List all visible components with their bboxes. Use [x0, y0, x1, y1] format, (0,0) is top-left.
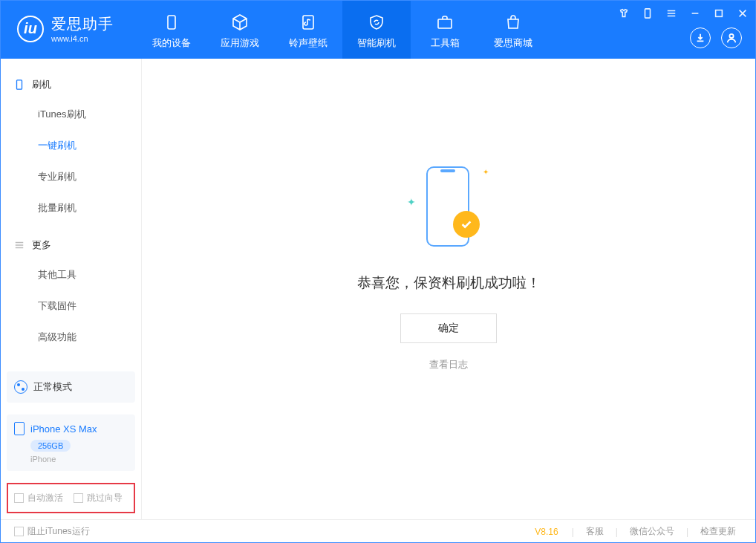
- briefcase-icon: [435, 13, 454, 32]
- tab-apps-games[interactable]: 应用游戏: [206, 1, 274, 59]
- sidebar-item-download-firmware[interactable]: 下载固件: [1, 290, 141, 322]
- user-icon[interactable]: [721, 27, 742, 48]
- shield-refresh-icon: [367, 13, 386, 32]
- phone-outline-icon[interactable]: [639, 5, 656, 22]
- device-name: iPhone XS Max: [30, 423, 97, 435]
- device-name-row: iPhone XS Max: [14, 422, 128, 435]
- tab-smart-flash[interactable]: 智能刷机: [342, 1, 411, 59]
- main-tabs: 我的设备 应用游戏 铃声壁纸 智能刷机 工具箱 爱思商城: [137, 1, 547, 59]
- checkbox-label: 自动激活: [27, 492, 63, 504]
- ok-button[interactable]: 确定: [400, 313, 497, 343]
- music-file-icon: [299, 13, 318, 32]
- checkmark-badge-icon: [453, 211, 480, 238]
- sidebar-item-onekey-flash[interactable]: 一键刷机: [1, 130, 141, 161]
- tab-label: 爱思商城: [494, 36, 532, 50]
- device-type: iPhone: [30, 455, 128, 464]
- checkbox-skip-guide[interactable]: 跳过向导: [74, 492, 123, 504]
- footer-link-wechat[interactable]: 微信公众号: [624, 525, 680, 538]
- checkbox-box: [14, 493, 24, 503]
- svg-rect-6: [17, 80, 22, 89]
- sidebar-item-other-tools[interactable]: 其他工具: [1, 259, 141, 290]
- logo-text: 爱思助手 www.i4.cn: [51, 14, 114, 43]
- device-mode-label: 正常模式: [33, 380, 72, 394]
- close-button[interactable]: [734, 5, 751, 22]
- phone-icon: [14, 79, 25, 90]
- device-mode-box[interactable]: 正常模式: [7, 371, 135, 403]
- sidebar-group-more[interactable]: 更多: [1, 231, 141, 259]
- tab-toolbox[interactable]: 工具箱: [411, 1, 479, 59]
- checkbox-label: 跳过向导: [87, 492, 123, 504]
- success-message: 恭喜您，保资料刷机成功啦！: [357, 273, 541, 293]
- svg-rect-0: [168, 16, 175, 29]
- svg-rect-3: [645, 9, 651, 18]
- shopping-bag-icon: [504, 13, 523, 32]
- success-illustration: ✦ ✦: [404, 162, 493, 259]
- app-body: 刷机 iTunes刷机 一键刷机 专业刷机 批量刷机 更多 其他工具 下载固件 …: [1, 59, 755, 519]
- storage-badge: 256GB: [30, 440, 71, 452]
- header-actions: [690, 27, 742, 48]
- tab-label: 铃声壁纸: [289, 36, 328, 50]
- svg-rect-4: [716, 10, 723, 17]
- sidebar-item-itunes-flash[interactable]: iTunes刷机: [1, 99, 141, 130]
- logo-area: iu 爱思助手 www.i4.cn: [1, 1, 128, 43]
- tab-my-device[interactable]: 我的设备: [137, 1, 206, 59]
- device-icon: [162, 13, 181, 32]
- view-log-link[interactable]: 查看日志: [429, 358, 468, 371]
- checkbox-label: 阻止iTunes运行: [27, 525, 90, 538]
- window-controls: [616, 5, 751, 22]
- group-title: 更多: [32, 238, 51, 252]
- sidebar-nav: 刷机 iTunes刷机 一键刷机 专业刷机 批量刷机 更多 其他工具 下载固件 …: [1, 59, 141, 365]
- app-footer: 阻止iTunes运行 V8.16 | 客服 | 微信公众号 | 检查更新: [1, 519, 755, 543]
- tab-label: 工具箱: [431, 36, 460, 50]
- footer-left: 阻止iTunes运行: [14, 525, 90, 538]
- flash-options-row: 自动激活 跳过向导: [7, 483, 135, 513]
- sidebar-item-advanced[interactable]: 高级功能: [1, 322, 141, 353]
- sidebar-item-batch-flash[interactable]: 批量刷机: [1, 192, 141, 224]
- menu-icon[interactable]: [663, 5, 680, 22]
- sidebar-group-flash[interactable]: 刷机: [1, 71, 141, 99]
- svg-point-5: [729, 34, 733, 38]
- footer-right: V8.16 | 客服 | 微信公众号 | 检查更新: [535, 525, 742, 538]
- download-icon[interactable]: [690, 27, 711, 48]
- sidebar-item-pro-flash[interactable]: 专业刷机: [1, 161, 141, 192]
- hamburger-icon: [14, 240, 25, 250]
- app-header: iu 爱思助手 www.i4.cn 我的设备 应用游戏 铃声壁纸 智能刷机 工具…: [1, 1, 755, 59]
- group-title: 刷机: [32, 78, 51, 91]
- app-title: 爱思助手: [51, 14, 114, 34]
- version-label: V8.16: [535, 527, 558, 537]
- maximize-button[interactable]: [711, 5, 727, 22]
- mode-icon: [14, 380, 27, 394]
- shirt-icon[interactable]: [616, 5, 632, 22]
- app-subtitle: www.i4.cn: [51, 34, 114, 43]
- checkbox-box: [14, 527, 24, 536]
- phone-notch-graphic: [440, 169, 455, 172]
- tab-store[interactable]: 爱思商城: [479, 1, 547, 59]
- device-info-box[interactable]: iPhone XS Max 256GB iPhone: [7, 414, 135, 471]
- main-content: ✦ ✦ 恭喜您，保资料刷机成功啦！ 确定 查看日志: [142, 59, 755, 519]
- tab-label: 我的设备: [152, 36, 191, 50]
- device-mode-row: 正常模式: [14, 380, 128, 394]
- cube-icon: [230, 13, 250, 32]
- checkbox-box: [74, 493, 83, 503]
- minimize-button[interactable]: [687, 5, 703, 22]
- svg-rect-2: [438, 19, 452, 28]
- tab-label: 应用游戏: [221, 36, 259, 50]
- app-logo-icon: iu: [17, 16, 44, 42]
- tab-label: 智能刷机: [357, 36, 396, 50]
- sparkle-icon: ✦: [407, 196, 416, 208]
- sidebar: 刷机 iTunes刷机 一键刷机 专业刷机 批量刷机 更多 其他工具 下载固件 …: [1, 59, 142, 519]
- footer-link-support[interactable]: 客服: [580, 525, 610, 538]
- checkbox-block-itunes[interactable]: 阻止iTunes运行: [14, 525, 90, 538]
- checkbox-auto-activate[interactable]: 自动激活: [14, 492, 63, 504]
- phone-small-icon: [14, 422, 25, 435]
- footer-link-update[interactable]: 检查更新: [694, 525, 742, 538]
- sparkle-icon: ✦: [483, 168, 489, 176]
- tab-ringtones-wallpapers[interactable]: 铃声壁纸: [274, 1, 342, 59]
